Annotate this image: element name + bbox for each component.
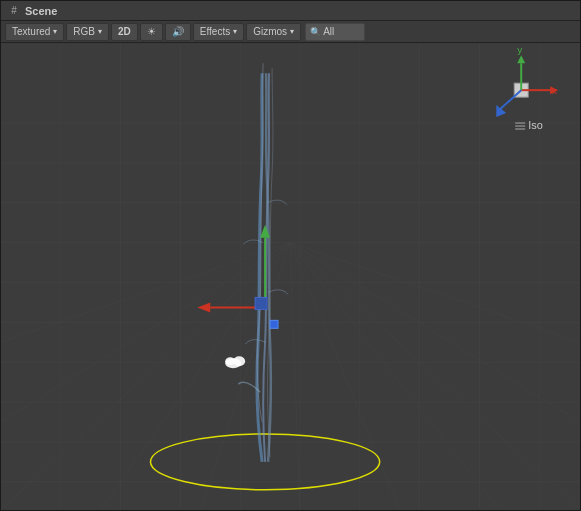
mode-2d-button[interactable]: 2D [111, 23, 138, 41]
rgb-dropdown-arrow: ▾ [98, 27, 102, 36]
svg-rect-36 [255, 297, 267, 309]
svg-text:Iso: Iso [528, 119, 543, 131]
svg-rect-0 [1, 43, 580, 509]
gizmos-dropdown-arrow: ▾ [290, 27, 294, 36]
textured-dropdown-arrow: ▾ [53, 27, 57, 36]
gizmos-button[interactable]: Gizmos ▾ [246, 23, 301, 41]
scene-window: # Scene Textured ▾ RGB ▾ 2D ☀ 🔊 Effects … [0, 0, 581, 511]
svg-text:x: x [552, 85, 557, 96]
search-bar[interactable]: 🔍 All [305, 23, 365, 41]
scene-canvas: x y Iso [1, 43, 580, 510]
sun-icon: ☀ [147, 26, 156, 37]
svg-rect-37 [270, 320, 278, 328]
audio-button[interactable]: 🔊 [165, 23, 191, 41]
textured-button[interactable]: Textured ▾ [5, 23, 64, 41]
effects-button[interactable]: Effects ▾ [193, 23, 244, 41]
viewport[interactable]: x y Iso [1, 43, 580, 510]
sun-button[interactable]: ☀ [140, 23, 163, 41]
title-bar: # Scene [1, 1, 580, 21]
rgb-button[interactable]: RGB ▾ [66, 23, 109, 41]
effects-dropdown-arrow: ▾ [233, 27, 237, 36]
window-title: Scene [25, 5, 57, 17]
toolbar: Textured ▾ RGB ▾ 2D ☀ 🔊 Effects ▾ Gizmos… [1, 21, 580, 43]
audio-icon: 🔊 [172, 26, 184, 37]
svg-point-40 [225, 357, 235, 365]
scene-icon: # [7, 4, 21, 18]
search-text: All [323, 26, 334, 37]
search-icon: 🔍 [310, 27, 321, 37]
svg-text:y: y [517, 44, 522, 55]
